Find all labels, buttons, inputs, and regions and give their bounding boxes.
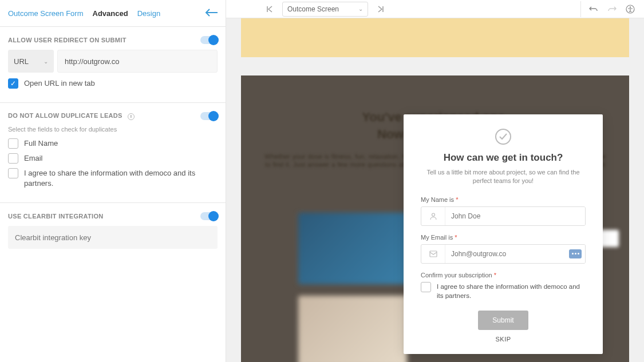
chevron-down-icon: ⌄	[44, 58, 48, 65]
bg-image-2	[298, 296, 407, 362]
lead-form-modal: How can we get in touch? Tell us a littl…	[404, 114, 603, 354]
name-field-label: My Name is *	[421, 196, 586, 203]
skip-link[interactable]: SKIP	[421, 336, 586, 343]
undo-button[interactable]	[586, 1, 602, 17]
dup-consent-label: I agree to share the information with de…	[24, 168, 218, 189]
redirect-toggle[interactable]	[200, 36, 218, 44]
newtab-checkbox[interactable]: ✓	[8, 78, 18, 89]
check-circle-icon	[495, 128, 512, 145]
redirect-type-select[interactable]: URL ⌄	[8, 50, 54, 73]
screen-select-label: Outcome Screen	[287, 5, 339, 13]
svg-point-3	[432, 213, 434, 216]
clearbit-key-input[interactable]	[8, 226, 218, 249]
redirect-title: Allow user redirect on submit	[8, 37, 127, 43]
chevron-down-icon: ⌄	[358, 6, 363, 12]
email-input[interactable]	[445, 245, 585, 263]
tab-design[interactable]: Design	[137, 9, 160, 18]
redirect-url-input[interactable]	[57, 50, 218, 73]
duplicates-title: Do not allow duplicate leads	[8, 112, 123, 119]
submit-button[interactable]: Submit	[478, 311, 528, 330]
confirm-label: Confirm your subscription *	[421, 272, 586, 279]
name-input[interactable]	[445, 207, 585, 225]
dup-consent-checkbox[interactable]	[8, 168, 18, 178]
password-manager-icon[interactable]	[569, 249, 582, 258]
bg-image-1	[298, 213, 407, 284]
modal-title: How can we get in touch?	[421, 152, 586, 164]
newtab-label: Open URL in new tab	[24, 78, 95, 89]
user-icon	[421, 207, 445, 225]
dup-fullname-checkbox[interactable]	[8, 138, 18, 149]
dup-email-checkbox[interactable]	[8, 153, 18, 164]
prev-screen-button[interactable]	[262, 1, 278, 17]
consent-text: I agree to share the information with de…	[437, 282, 586, 300]
back-arrow-icon[interactable]	[205, 9, 218, 18]
modal-subtitle: Tell us a little bit more about project,…	[421, 168, 586, 186]
screen-select[interactable]: Outcome Screen ⌄	[282, 2, 368, 17]
redo-button[interactable]	[604, 1, 620, 17]
dup-email-label: Email	[24, 153, 43, 164]
svg-point-1	[630, 6, 631, 7]
email-field-label: My Email is *	[421, 234, 586, 241]
redirect-type-label: URL	[14, 57, 29, 66]
banner	[241, 18, 629, 57]
dup-fullname-label: Full Name	[24, 138, 58, 149]
clearbit-title: Use Clearbit Integration	[8, 213, 104, 220]
accessibility-button[interactable]	[622, 1, 638, 17]
clearbit-toggle[interactable]	[200, 212, 218, 220]
duplicates-hint: Select the fields to check for duplicate…	[8, 126, 218, 133]
svg-rect-4	[430, 251, 437, 257]
mail-icon	[421, 245, 445, 263]
info-icon[interactable]: i	[128, 113, 135, 120]
consent-checkbox[interactable]	[421, 282, 431, 292]
duplicates-toggle[interactable]	[200, 112, 218, 120]
next-screen-button[interactable]	[373, 1, 389, 17]
tab-advanced[interactable]: Advanced	[93, 9, 128, 18]
tab-form[interactable]: Outcome Screen Form	[8, 9, 84, 18]
svg-point-2	[496, 129, 511, 144]
